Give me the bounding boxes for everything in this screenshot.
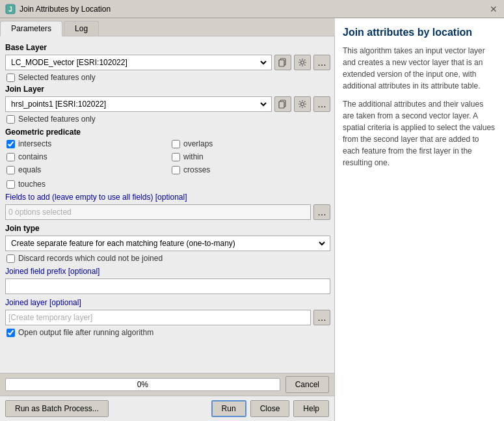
join-type-select[interactable]: Create separate feature for each matchin…: [8, 238, 327, 249]
help-button[interactable]: Help: [293, 400, 329, 417]
discard-records-label[interactable]: Discard records which could not be joine…: [18, 254, 163, 263]
fields-to-add-label[interactable]: Fields to add (leave empty to use all fi…: [5, 193, 330, 202]
title-bar: J Join Attributes by Location ✕: [0, 0, 504, 18]
join-layer-copy-btn[interactable]: [274, 96, 291, 112]
joined-layer-row: …: [5, 310, 330, 325]
base-layer-label: Base Layer: [5, 43, 330, 52]
base-layer-select[interactable]: LC_MODE_vector [ESRI:102022]: [8, 57, 269, 68]
cancel-button[interactable]: Cancel: [285, 376, 329, 393]
tab-log[interactable]: Log: [64, 21, 99, 36]
joined-field-prefix-input[interactable]: [5, 278, 330, 294]
tabs-bar: Parameters Log: [0, 18, 335, 36]
window-title: Join Attributes by Location: [20, 5, 488, 14]
svg-point-4: [301, 61, 304, 64]
svg-rect-6: [279, 102, 284, 108]
open-output-label[interactable]: Open output file after running algorithm: [18, 328, 153, 337]
equals-label[interactable]: equals: [18, 165, 41, 174]
base-layer-selected-label[interactable]: Selected features only: [18, 73, 96, 82]
tab-parameters[interactable]: Parameters: [0, 21, 62, 36]
base-layer-selected-checkbox[interactable]: [7, 74, 15, 82]
join-layer-selected-checkbox[interactable]: [7, 115, 15, 124]
bottom-section: 0% Cancel Run as Batch Process... Run Cl…: [0, 373, 335, 421]
join-layer-row: hrsl_points1 [ESRI:102022] …: [5, 96, 330, 112]
close-button[interactable]: Close: [250, 400, 290, 417]
left-column: Parameters Log Base Layer LC_MODE_vector…: [0, 18, 335, 421]
join-type-label: Join type: [5, 224, 330, 233]
right-panel-para-1: This algorithm takes an input vector lay…: [343, 45, 496, 92]
open-output-checkbox[interactable]: [7, 329, 15, 337]
join-layer-selected-label[interactable]: Selected features only: [18, 115, 96, 124]
join-layer-more-btn[interactable]: …: [313, 96, 330, 112]
overlaps-label[interactable]: overlaps: [183, 139, 213, 148]
bottom-buttons: Run as Batch Process... Run Close Help: [0, 396, 334, 421]
left-scroll-area: Base Layer LC_MODE_vector [ESRI:102022]: [0, 36, 335, 373]
joined-layer-input[interactable]: [5, 310, 311, 325]
geometric-grid: intersects overlaps contains within: [5, 139, 330, 177]
crosses-label[interactable]: crosses: [183, 165, 210, 174]
within-checkbox[interactable]: [172, 153, 180, 161]
within-row: within: [172, 152, 330, 161]
batch-process-button[interactable]: Run as Batch Process...: [5, 400, 109, 417]
left-inner: Base Layer LC_MODE_vector [ESRI:102022]: [0, 36, 334, 373]
right-panel-para-2: The additional attributes and their valu…: [343, 98, 496, 169]
joined-field-prefix-label: Joined field prefix [optional]: [5, 267, 330, 276]
main-area: Parameters Log Base Layer LC_MODE_vector…: [0, 18, 504, 421]
base-layer-combo[interactable]: LC_MODE_vector [ESRI:102022]: [5, 55, 272, 70]
progress-bar-area: 0% Cancel: [0, 373, 334, 396]
join-layer-select[interactable]: hrsl_points1 [ESRI:102022]: [8, 99, 269, 109]
right-panel-title: Join attributes by location: [343, 26, 496, 38]
svg-text:J: J: [8, 6, 12, 13]
join-layer-selected-row: Selected features only: [7, 115, 330, 124]
overlaps-row: overlaps: [172, 139, 330, 148]
join-type-row: Create separate feature for each matchin…: [5, 236, 330, 251]
progress-bar-wrapper: 0%: [5, 378, 280, 391]
touches-label[interactable]: touches: [18, 180, 46, 189]
join-layer-label: Join Layer: [5, 85, 330, 94]
contains-row: contains: [7, 152, 165, 161]
within-label[interactable]: within: [183, 152, 204, 161]
open-output-row: Open output file after running algorithm: [7, 328, 330, 337]
join-type-combo[interactable]: Create separate feature for each matchin…: [5, 236, 330, 251]
base-layer-more-btn[interactable]: …: [313, 55, 330, 70]
base-layer-selected-row: Selected features only: [7, 73, 330, 82]
intersects-row: intersects: [7, 139, 165, 148]
touches-checkbox[interactable]: [7, 180, 15, 189]
intersects-label[interactable]: intersects: [18, 139, 51, 148]
base-layer-row: LC_MODE_vector [ESRI:102022] …: [5, 55, 330, 70]
progress-text: 0%: [5, 380, 280, 389]
close-button[interactable]: ✕: [488, 4, 499, 14]
main-window: J Join Attributes by Location ✕ Paramete…: [0, 0, 504, 421]
svg-point-7: [301, 103, 304, 106]
contains-checkbox[interactable]: [7, 153, 15, 161]
base-layer-copy-btn[interactable]: [274, 55, 291, 70]
fields-to-add-browse-btn[interactable]: …: [313, 204, 330, 220]
contains-label[interactable]: contains: [18, 152, 47, 161]
intersects-checkbox[interactable]: [7, 140, 15, 148]
equals-row: equals: [7, 165, 165, 174]
fields-to-add-row: …: [5, 204, 330, 220]
equals-checkbox[interactable]: [7, 166, 15, 174]
joined-layer-browse-btn[interactable]: …: [313, 310, 330, 325]
joined-layer-label: Joined layer [optional]: [5, 298, 330, 307]
overlaps-checkbox[interactable]: [172, 140, 180, 148]
window-icon: J: [5, 4, 16, 14]
run-button[interactable]: Run: [211, 400, 246, 417]
right-panel: Join attributes by location This algorit…: [335, 18, 504, 421]
join-layer-combo[interactable]: hrsl_points1 [ESRI:102022]: [5, 96, 272, 112]
geometric-predicate-label: Geometric predicate: [5, 128, 330, 137]
discard-records-row: Discard records which could not be joine…: [7, 254, 330, 263]
svg-rect-3: [279, 60, 284, 66]
join-layer-settings-btn[interactable]: [294, 96, 311, 112]
touches-row: touches: [7, 180, 330, 189]
discard-records-checkbox[interactable]: [7, 254, 15, 263]
base-layer-settings-btn[interactable]: [294, 55, 311, 70]
crosses-checkbox[interactable]: [172, 166, 180, 174]
fields-to-add-input[interactable]: [5, 204, 311, 220]
crosses-row: crosses: [172, 165, 330, 174]
